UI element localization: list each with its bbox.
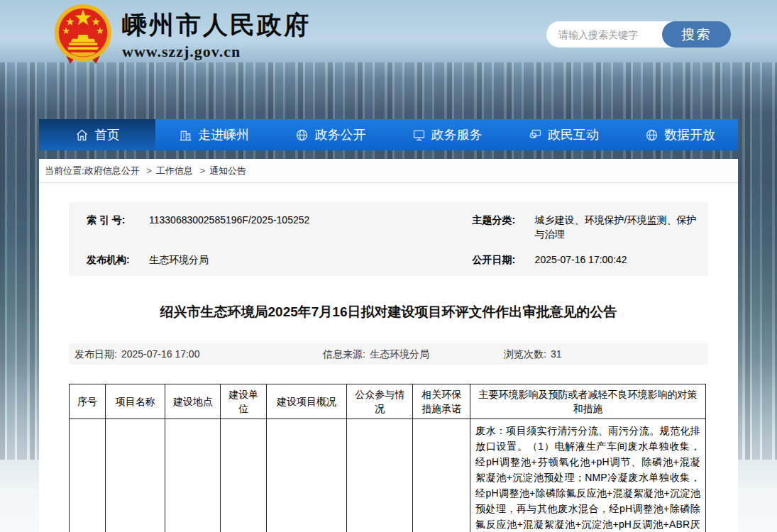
search-button[interactable]: 搜索 — [662, 21, 731, 48]
nav-item-gov-info[interactable]: 政务公开 — [272, 119, 388, 150]
cell-overview — [267, 419, 347, 532]
nav-label: 走进嵊州 — [198, 126, 249, 143]
col-header-env-commitment: 相关环保措施承诺 — [413, 384, 470, 419]
col-header-seq: 序号 — [70, 384, 106, 419]
site-header: 嵊州市人民政府 www.szzj.gov.cn 搜索 — [0, 0, 777, 119]
national-emblem-logo — [53, 3, 114, 65]
meta-index: 索 引 号: 11330683002585196F/2025-105252 — [69, 213, 465, 241]
page-title: 绍兴市生态环境局2025年7月16日拟对建设项目环评文件作出审批意见的公告 — [69, 303, 708, 321]
approval-table: 序号 项目名称 建设地点 建设单位 建设项目概况 公众参与情况 相关环保措施承诺… — [69, 384, 706, 532]
meta-open-date-value: 2025-07-16 17:00:42 — [535, 253, 708, 267]
site-title-block: 嵊州市人民政府 www.szzj.gov.cn — [122, 3, 311, 61]
meta-open-date-label: 公开日期: — [473, 253, 535, 267]
cell-location — [165, 419, 221, 532]
publish-info-bar: 发布日期:2025-07-16 17:00 信息来源:生态环境分局 浏览次数:3… — [69, 343, 708, 365]
nav-item-home[interactable]: 首页 — [39, 119, 155, 150]
col-header-project-name: 项目名称 — [106, 384, 165, 419]
document-meta-box: 索 引 号: 11330683002585196F/2025-105252 主题… — [69, 202, 708, 276]
breadcrumb-separator: > — [199, 165, 205, 176]
nav-item-interaction[interactable]: 政民互动 — [505, 119, 622, 150]
chat-icon — [528, 128, 543, 143]
breadcrumb-separator: > — [146, 165, 152, 176]
building-icon — [178, 128, 193, 143]
breadcrumb-item[interactable]: 工作信息 — [156, 165, 193, 176]
cell-env-measures: 废水：项目须实行清污分流、雨污分流。规范化排放口设置。（1）电解液生产车间废水单… — [470, 419, 706, 532]
meta-index-value: 11330683002585196F/2025-105252 — [149, 213, 465, 227]
view-count-label: 浏览次数: — [504, 348, 546, 360]
cell-public-participation — [347, 419, 413, 532]
nav-label: 首页 — [94, 126, 120, 143]
meta-agency: 发布机构: 生态环境分局 — [69, 253, 465, 267]
cell-project-name — [106, 419, 165, 532]
site-brand[interactable]: 嵊州市人民政府 www.szzj.gov.cn — [53, 3, 311, 65]
publish-date: 发布日期:2025-07-16 17:00 — [75, 343, 199, 365]
table-row: 废水：项目须实行清污分流、雨污分流。规范化排放口设置。（1）电解液生产车间废水单… — [70, 419, 706, 532]
globe-icon — [644, 128, 659, 143]
col-header-env-measures: 主要环境影响及预防或者减轻不良环境影响的对策和措施 — [470, 384, 706, 419]
meta-index-label: 索 引 号: — [87, 213, 149, 227]
search-input[interactable] — [546, 21, 667, 48]
article-content: 索 引 号: 11330683002585196F/2025-105252 主题… — [39, 202, 738, 532]
globe-icon — [294, 128, 309, 143]
site-name: 嵊州市人民政府 — [122, 11, 311, 40]
cell-env-commitment — [413, 419, 470, 532]
col-header-location: 建设地点 — [165, 384, 221, 419]
info-source-value: 生态环境分局 — [370, 348, 429, 360]
publish-date-label: 发布日期: — [75, 348, 117, 360]
view-count: 浏览次数:31 — [504, 343, 561, 365]
cell-seq — [70, 419, 106, 532]
info-source-label: 信息来源: — [323, 348, 365, 360]
table-header-row: 序号 项目名称 建设地点 建设单位 建设项目概况 公众参与情况 相关环保措施承诺… — [70, 384, 706, 419]
nav-label: 政民互动 — [548, 126, 599, 143]
meta-agency-label: 发布机构: — [87, 253, 149, 267]
main-navigation: 首页 走进嵊州 政务公开 政务服务 政民互动 数据开放 — [39, 119, 738, 150]
cell-builder — [221, 419, 267, 532]
breadcrumb: 当前位置:政府信息公开 >工作信息 >通知公告 — [39, 159, 738, 183]
nav-item-open-data[interactable]: 数据开放 — [622, 119, 738, 150]
info-source: 信息来源:生态环境分局 — [323, 343, 429, 365]
breadcrumb-item[interactable]: 通知公告 — [209, 165, 246, 176]
nav-label: 数据开放 — [664, 126, 715, 143]
meta-topic-value: 城乡建设、环境保护/环境监测、保护与治理 — [535, 213, 708, 241]
nav-label: 政务公开 — [314, 126, 365, 143]
monitor-icon — [412, 128, 426, 143]
breadcrumb-item[interactable]: 政府信息公开 — [84, 165, 140, 176]
home-icon — [75, 128, 89, 143]
content-panel: 当前位置:政府信息公开 >工作信息 >通知公告 索 引 号: 113306830… — [39, 159, 738, 532]
view-count-value: 31 — [551, 348, 562, 360]
col-header-overview: 建设项目概况 — [267, 384, 347, 419]
meta-open-date: 公开日期: 2025-07-16 17:00:42 — [465, 253, 708, 267]
nav-label: 政务服务 — [431, 126, 483, 143]
col-header-public-participation: 公众参与情况 — [347, 384, 413, 419]
breadcrumb-prefix: 当前位置: — [45, 165, 84, 176]
meta-topic-label: 主题分类: — [473, 213, 535, 227]
publish-date-value: 2025-07-16 17:00 — [121, 348, 200, 360]
nav-item-gov-services[interactable]: 政务服务 — [389, 119, 505, 150]
site-url: www.szzj.gov.cn — [122, 43, 311, 61]
search-bar: 搜索 — [546, 21, 731, 48]
col-header-builder: 建设单位 — [221, 384, 267, 419]
meta-topic: 主题分类: 城乡建设、环境保护/环境监测、保护与治理 — [465, 213, 708, 241]
meta-agency-value: 生态环境分局 — [149, 253, 465, 267]
nav-item-about-city[interactable]: 走进嵊州 — [155, 119, 272, 150]
